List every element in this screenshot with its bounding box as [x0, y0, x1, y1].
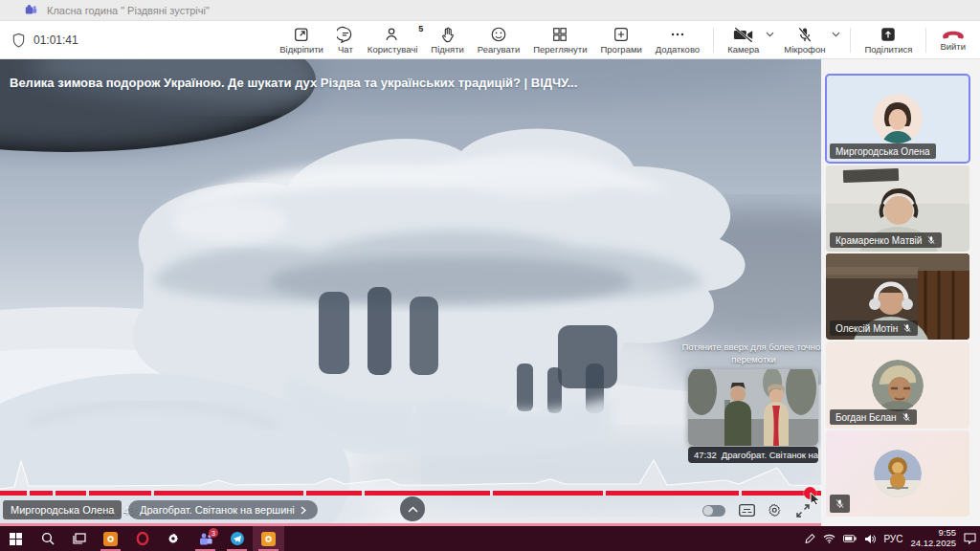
shared-screen-stage[interactable]: Велика зимова подорож Україною. Де шукат…: [0, 59, 821, 526]
avatar: [872, 360, 924, 411]
raised-hand-icon: [439, 26, 457, 43]
wifi-icon[interactable]: [823, 534, 835, 543]
participant-tile-3[interactable]: Олексій Мотін: [826, 253, 969, 340]
teams-meeting-window: Класна година " Різдвяні зустрічі" 01:01…: [0, 0, 980, 551]
chapter-gap: [303, 491, 306, 496]
taskbar-search-button[interactable]: [32, 526, 63, 551]
language-indicator[interactable]: РУС: [883, 534, 902, 544]
seek-preview-time: 47:32: [694, 450, 717, 460]
task-view-button[interactable]: [63, 526, 95, 551]
seek-preview-thumbnail: [688, 369, 818, 446]
participants-sidebar: Миргородська Олена Крамаренко Матвій: [821, 59, 980, 526]
hang-up-icon: [942, 29, 965, 40]
view-button[interactable]: Переглянути: [528, 22, 591, 58]
meeting-toolbar: 01:01:41 Відкріпити Чат 5 Користувачі Пі…: [0, 21, 980, 59]
react-button[interactable]: Реагувати: [473, 22, 524, 58]
participant-tile-4[interactable]: Богдан Бєлан: [826, 342, 969, 429]
task-view-icon: [73, 533, 86, 544]
people-icon: [384, 26, 401, 43]
participant-name-chip: Миргородська Олена: [830, 143, 936, 159]
clock-date: 24.12.2025: [910, 539, 956, 549]
search-icon: [41, 532, 55, 545]
opera-icon: [136, 532, 149, 545]
chapter-gap: [86, 491, 89, 496]
captions-icon[interactable]: [739, 504, 755, 517]
mic-muted-icon: [902, 412, 911, 422]
teams-app-icon: [25, 4, 37, 16]
participant-tile-1[interactable]: Миргородська Олена: [826, 75, 969, 163]
participant-name-chip: Олексій Мотін: [830, 320, 918, 336]
avatar: [873, 94, 923, 143]
chapter-gap: [739, 491, 742, 496]
seek-preview-label: 47:32 Драгобрат. Світанок на в...: [688, 447, 818, 463]
leave-button[interactable]: Вийти: [935, 22, 970, 58]
chat-bubble-icon: [337, 26, 354, 43]
apps-button[interactable]: Програми: [596, 22, 647, 58]
windows-logo-icon: [10, 533, 22, 545]
chapter-gap: [362, 491, 365, 496]
shield-icon: [11, 33, 26, 48]
chapter-gap: [151, 491, 154, 496]
mic-off-icon: [796, 27, 813, 43]
microphone-button[interactable]: Мікрофон: [779, 22, 830, 58]
toggle-knob: [703, 506, 713, 516]
participant-tile-5[interactable]: [826, 430, 969, 517]
windows-taskbar: 3 РУС 9:55 24.12.2025: [0, 526, 980, 551]
toolbar-separator: [925, 28, 926, 53]
chevron-right-icon: [301, 506, 306, 515]
pen-icon[interactable]: [805, 533, 815, 544]
more-button[interactable]: Додатково: [651, 22, 704, 58]
participants-count-badge: 5: [418, 24, 423, 33]
speaker-icon[interactable]: [864, 534, 876, 544]
grid-view-icon: [551, 26, 568, 43]
autoplay-toggle[interactable]: [702, 505, 725, 517]
taskbar-app-capture-2[interactable]: [253, 526, 284, 551]
mic-options-chevron-icon[interactable]: [832, 32, 840, 37]
participants-button[interactable]: 5 Користувачі: [363, 22, 422, 58]
more-dots-icon: [669, 26, 686, 43]
battery-icon[interactable]: [843, 535, 857, 542]
camera-off-icon: [733, 27, 754, 43]
taskbar-app-capture[interactable]: [95, 526, 126, 551]
start-button[interactable]: [0, 526, 32, 551]
taskbar-app-telegram[interactable]: [221, 526, 253, 551]
participant-tile-2[interactable]: Крамаренко Матвій: [826, 165, 969, 252]
chapter-gap: [27, 491, 30, 496]
mic-muted-icon: [902, 323, 912, 333]
participant-name-chip: Богдан Бєлан: [830, 409, 917, 425]
taskbar-settings-button[interactable]: [158, 526, 189, 551]
participant-name-chip: Крамаренко Матвій: [830, 232, 942, 248]
action-center-icon[interactable]: [964, 533, 976, 544]
mouse-cursor: [810, 492, 821, 505]
expand-controls-button[interactable]: [400, 496, 425, 521]
unpin-button[interactable]: Відкріпити: [275, 22, 328, 58]
taskbar-clock[interactable]: 9:55 24.12.2025: [910, 528, 956, 549]
taskbar-app-opera[interactable]: [126, 526, 158, 551]
chapter-gap: [490, 491, 493, 496]
chapter-chip-button[interactable]: Драгобрат. Світанок на вершині: [128, 500, 318, 519]
camera-options-chevron-icon[interactable]: [766, 32, 774, 37]
chat-button[interactable]: Чат: [332, 22, 359, 58]
avatar: [874, 450, 922, 497]
settings-gear-icon[interactable]: [768, 503, 783, 518]
presenter-name-chip: Миргородська Олена: [3, 500, 122, 519]
orange-app-icon: [261, 532, 276, 546]
teams-notification-badge: 3: [209, 528, 218, 538]
raise-hand-button[interactable]: Підняти: [426, 22, 469, 58]
toolbar-separator: [850, 28, 851, 53]
seek-preview-title: Драгобрат. Світанок на в...: [722, 450, 818, 460]
mic-muted-icon: [835, 498, 845, 509]
taskbar-app-teams[interactable]: 3: [189, 526, 221, 551]
miniplayer-icon[interactable]: [796, 504, 810, 518]
share-screen-icon: [880, 26, 897, 43]
smiley-icon: [490, 26, 507, 43]
camera-button[interactable]: Камера: [723, 22, 764, 58]
mic-muted-icon: [926, 235, 936, 245]
gear-icon: [167, 532, 181, 545]
video-progress-bar[interactable]: [0, 491, 821, 496]
seek-tooltip: Потяните вверх для более точной перемотк…: [670, 342, 821, 365]
chevron-up-icon: [408, 506, 418, 513]
chapter-gap: [603, 491, 606, 496]
share-button[interactable]: Поділитися: [859, 22, 917, 58]
participant-mute-chip: [830, 495, 850, 513]
